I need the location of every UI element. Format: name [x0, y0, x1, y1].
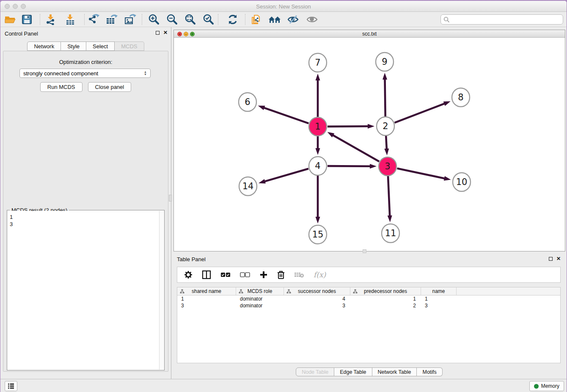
- table-panel-title: Table Panel: [177, 256, 206, 262]
- houses-icon: [268, 14, 281, 25]
- eye-slash-icon: [287, 14, 300, 25]
- tab-mcds[interactable]: MCDS: [115, 41, 144, 51]
- arrowhead-icon: [388, 215, 392, 222]
- column-header-successor-nodes[interactable]: successor nodes: [284, 287, 350, 295]
- network-canvas[interactable]: 7968124314101511: [174, 38, 565, 251]
- column-type-icon: [239, 289, 243, 294]
- export-image-button[interactable]: [123, 13, 138, 26]
- zoom-out-icon: [166, 14, 178, 25]
- edge-4-3[interactable]: [328, 166, 371, 166]
- edge-2-8[interactable]: [394, 103, 445, 123]
- table-toolbar: f(x): [177, 267, 561, 283]
- function-builder-icon[interactable]: f(x): [314, 271, 326, 279]
- import-network-button[interactable]: [44, 13, 58, 26]
- open-folder-icon: [4, 14, 16, 25]
- toolbar-separator: [142, 14, 142, 25]
- zoom-in-button[interactable]: [147, 13, 161, 26]
- tab-network-table[interactable]: Network Table: [372, 367, 417, 376]
- column-header-predecessor-nodes[interactable]: predecessor nodes: [350, 287, 421, 295]
- table-cell: 3: [177, 302, 236, 309]
- edge-1-6[interactable]: [263, 108, 308, 124]
- export-network-button[interactable]: [86, 13, 101, 26]
- control-panel-title: Control Panel: [5, 30, 38, 37]
- plus-icon: [259, 271, 268, 279]
- edge-1-2[interactable]: [328, 126, 369, 127]
- column-header-name[interactable]: name: [421, 287, 457, 295]
- table-header-row: shared nameMCDS rolesuccessor nodesprede…: [177, 287, 560, 295]
- search-box[interactable]: [440, 14, 563, 25]
- arrowhead-icon: [258, 106, 265, 110]
- mcds-result-box: MCDS result (2 nodes) 1 3: [7, 210, 165, 370]
- vertical-splitter-handle[interactable]: [169, 195, 172, 202]
- refresh-button[interactable]: [226, 13, 240, 26]
- edge-2-3[interactable]: [386, 136, 387, 150]
- table-cell: 3: [421, 302, 457, 309]
- node-label: 2: [383, 121, 388, 131]
- tab-node-table[interactable]: Node Table: [296, 367, 334, 376]
- tab-network[interactable]: Network: [27, 41, 61, 51]
- open-session-button[interactable]: [3, 13, 17, 26]
- search-input[interactable]: [450, 16, 563, 23]
- network-titlebar[interactable]: × − + scc.txt: [174, 30, 565, 38]
- edge-4-14[interactable]: [264, 168, 308, 182]
- main-titlebar: Session: New Session: [0, 1, 567, 12]
- table-cell: dominator: [236, 295, 284, 302]
- optimization-criterion-label: Optimization criterion:: [3, 59, 168, 65]
- delete-row-button[interactable]: [277, 271, 285, 279]
- node-table: shared nameMCDS rolesuccessor nodesprede…: [177, 287, 561, 363]
- deselect-all-button[interactable]: [240, 272, 250, 278]
- app-title: Session: New Session: [0, 3, 567, 10]
- tab-select[interactable]: Select: [86, 41, 115, 51]
- result-scrollbar[interactable]: [159, 211, 164, 370]
- copy-network-button[interactable]: [249, 13, 264, 26]
- zoom-out-button[interactable]: [165, 13, 179, 26]
- node-label: 11: [385, 228, 396, 238]
- close-panel-button[interactable]: Close panel: [88, 82, 132, 92]
- table-row[interactable]: 3dominator323: [177, 302, 560, 309]
- close-table-panel-icon[interactable]: ✕: [556, 256, 561, 261]
- main-toolbar: [0, 12, 567, 27]
- copy-network-icon: [250, 14, 262, 25]
- tab-motifs[interactable]: Motifs: [417, 367, 442, 376]
- edge-2-9[interactable]: [385, 78, 385, 116]
- criterion-dropdown[interactable]: strongly connected component ▲▼: [19, 69, 151, 78]
- select-all-button[interactable]: [220, 272, 231, 278]
- table-row[interactable]: 1dominator411: [177, 295, 560, 302]
- select-all-icon: [220, 272, 231, 278]
- tab-style[interactable]: Style: [61, 41, 86, 51]
- import-table-icon: [65, 14, 76, 25]
- refresh-icon: [227, 14, 238, 25]
- first-neighbors-button[interactable]: [267, 13, 282, 26]
- arrowhead-icon: [316, 217, 320, 224]
- export-table-button[interactable]: [105, 13, 119, 26]
- save-session-button[interactable]: [20, 13, 34, 26]
- add-row-button[interactable]: [259, 271, 268, 279]
- task-history-button[interactable]: [5, 381, 17, 391]
- memory-button[interactable]: Memory: [529, 381, 564, 391]
- table-settings-button[interactable]: [184, 271, 193, 279]
- network-graph[interactable]: 7968124314101511: [174, 38, 565, 251]
- zoom-selected-button[interactable]: [201, 13, 216, 26]
- column-type-icon: [353, 289, 358, 294]
- close-panel-icon[interactable]: ✕: [163, 30, 168, 35]
- run-mcds-button[interactable]: Run MCDS: [40, 82, 83, 92]
- mcds-result-text[interactable]: 1 3: [8, 211, 159, 370]
- edge-3-1[interactable]: [332, 135, 379, 161]
- hide-details-button[interactable]: [286, 13, 300, 26]
- edge-3-11[interactable]: [388, 176, 390, 217]
- zoom-fit-button[interactable]: [183, 13, 198, 26]
- dropdown-stepper-icon: ▲▼: [144, 71, 147, 76]
- column-header-MCDS-role[interactable]: MCDS role: [236, 287, 284, 295]
- edge-3-10[interactable]: [397, 168, 446, 179]
- list-icon: [8, 383, 14, 389]
- import-network-icon: [45, 14, 56, 25]
- show-details-button[interactable]: [305, 13, 319, 26]
- horizontal-splitter-handle[interactable]: [363, 249, 366, 253]
- float-table-panel-icon[interactable]: [549, 257, 553, 261]
- delete-table-button[interactable]: [294, 271, 304, 278]
- column-header-shared-name[interactable]: shared name: [177, 287, 236, 295]
- import-table-button[interactable]: [63, 13, 77, 26]
- table-panel-mode-button[interactable]: [202, 270, 211, 279]
- tab-edge-table[interactable]: Edge Table: [334, 367, 372, 376]
- float-panel-icon[interactable]: [156, 31, 160, 35]
